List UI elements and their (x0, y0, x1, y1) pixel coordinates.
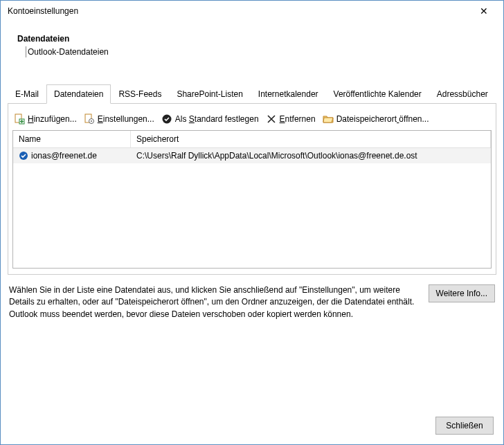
tab-panel-data-files: Hinzufügen... Einstellungen... Als Stand… (8, 104, 496, 275)
set-default-label: Als Standard festlegen (175, 114, 259, 124)
svg-point-4 (91, 120, 92, 122)
tab-rss-feeds[interactable]: RSS-Feeds (111, 84, 169, 104)
add-file-icon (14, 113, 25, 125)
remove-label: Entfernen (280, 114, 316, 124)
table-row[interactable]: ionas@freenet.de C:\Users\Ralf Dyllick\A… (13, 148, 491, 163)
tabs-container: E-Mail Datendateien RSS-Feeds SharePoint… (8, 84, 496, 275)
page-subtitle: Outlook-Datendateien (26, 46, 109, 57)
settings-button[interactable]: Einstellungen... (84, 113, 154, 125)
checkmark-circle-icon (161, 113, 172, 125)
column-header-location[interactable]: Speicherort (131, 131, 491, 147)
account-settings-window: Kontoeinstellungen ✕ Datendateien Outloo… (0, 0, 504, 445)
dialog-header: Datendateien Outlook-Datendateien (1, 21, 503, 63)
dialog-footer: Schließen (435, 417, 494, 435)
column-header-name[interactable]: Name (13, 131, 131, 147)
close-button[interactable]: Schließen (435, 417, 494, 435)
titlebar: Kontoeinstellungen ✕ (1, 1, 503, 21)
cell-name: ionas@freenet.de (13, 148, 131, 163)
data-files-listview[interactable]: Name Speicherort ionas@freenet.de C:\Use… (12, 130, 492, 269)
tab-email[interactable]: E-Mail (8, 84, 46, 104)
set-default-button[interactable]: Als Standard festlegen (161, 113, 259, 125)
add-label: Hinzufügen... (28, 114, 77, 124)
cell-location: C:\Users\Ralf Dyllick\AppData\Local\Micr… (131, 148, 491, 163)
default-badge-icon (19, 151, 28, 161)
open-location-button[interactable]: Dateispeicherort öffnen... (323, 113, 429, 125)
tab-internet-calendars[interactable]: Internetkalender (251, 84, 326, 104)
listview-header: Name Speicherort (13, 131, 491, 148)
info-text: Wählen Sie in der Liste eine Datendatei … (9, 284, 420, 320)
tab-strip: E-Mail Datendateien RSS-Feeds SharePoint… (8, 84, 496, 104)
toolbar: Hinzufügen... Einstellungen... Als Stand… (12, 111, 492, 130)
page-title: Datendateien (17, 34, 503, 44)
info-row: Wählen Sie in der Liste eine Datendatei … (9, 284, 495, 320)
window-title: Kontoeinstellungen (8, 6, 470, 16)
remove-icon (266, 113, 277, 125)
folder-open-icon (323, 113, 334, 125)
open-location-label: Dateispeicherort öffnen... (336, 114, 429, 124)
more-info-button[interactable]: Weitere Info... (429, 284, 495, 302)
settings-icon (84, 113, 95, 125)
settings-label: Einstellungen... (98, 114, 154, 124)
tab-published-calendars[interactable]: Veröffentlichte Kalender (326, 84, 429, 104)
tab-address-books[interactable]: Adressbücher (429, 84, 496, 104)
window-close-button[interactable]: ✕ (470, 1, 498, 21)
tab-data-files[interactable]: Datendateien (46, 84, 111, 104)
close-icon: ✕ (480, 6, 488, 17)
tab-sharepoint-lists[interactable]: SharePoint-Listen (169, 84, 250, 104)
remove-button[interactable]: Entfernen (266, 113, 316, 125)
add-button[interactable]: Hinzufügen... (14, 113, 77, 125)
